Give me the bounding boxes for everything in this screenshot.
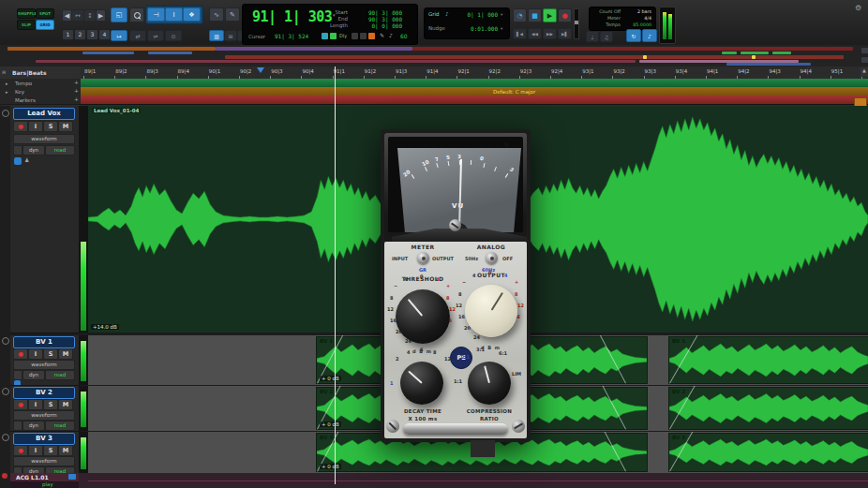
bv-input-button[interactable]: I [28,445,43,456]
lead-record-button[interactable]: ● [13,121,28,132]
meter-value[interactable]: 4/4 [623,16,651,21]
pencil-tool-button[interactable]: ✎ [225,7,240,22]
bv-automation-mode[interactable]: read [45,421,75,431]
bars-beats-ruler[interactable]: 89|189|289|389|490|190|290|390|491|191|2… [81,67,868,80]
acg-record-icon[interactable] [2,473,7,479]
zoom-preset-3[interactable]: 3 [86,29,98,40]
bv-track-name[interactable]: BV 3 [13,433,75,445]
acg-track-header[interactable]: ACG L1.01 [10,473,80,481]
bv-mute-button[interactable]: M [58,348,73,360]
bv-mute-button[interactable]: M [58,399,73,410]
edit-mode-slip[interactable]: SLIP [17,20,36,30]
grid-dropdown-icon[interactable]: ▾ [501,12,502,17]
bv-solo-button[interactable]: S [43,399,58,410]
pie-compressor-plugin-window[interactable]: 201075303 VU METER ANALOG INPUT OUTPUT 5… [381,129,531,442]
ruler-scroll-up-icon[interactable]: ▲ [861,67,868,77]
lead-mute-button[interactable]: M [58,121,73,132]
link-timeline-edit-button[interactable]: ⇄ [129,30,146,41]
lead-clip-gain[interactable]: +14.0 dB [91,324,119,330]
bv-track-name[interactable]: BV 1 [13,336,75,348]
edit-insertion-icon[interactable] [330,33,337,39]
compression-ratio-knob[interactable] [468,362,511,405]
timeline-insertion-icon[interactable] [322,33,328,39]
threshold-knob[interactable] [396,289,450,344]
acg-freeze-icon[interactable] [68,474,76,480]
bv-input-button[interactable]: I [28,348,43,360]
edit-mode-grid[interactable]: GRID [36,20,54,30]
go-to-end-button[interactable]: ▶▌ [558,28,572,39]
bv-dyn-selector[interactable]: dyn [22,370,45,380]
gear-icon[interactable]: ⚙ [855,4,861,12]
edit-mode-spot[interactable]: SPOT [36,8,54,19]
metronome-button[interactable]: ♩ [586,31,599,42]
key-collapse-icon[interactable]: ▸ [6,89,8,95]
acg-lane[interactable] [79,473,868,488]
bv-solo-button[interactable]: S [43,445,58,456]
lead-automation-icon[interactable] [13,145,22,155]
zoom-preset-2[interactable]: 2 [74,29,86,40]
bv-clip-2[interactable]: BV 2 [668,387,868,430]
stop-button[interactable]: ■ [528,8,542,22]
bv-view-selector[interactable]: waveform [13,456,75,466]
default-velocity-value[interactable]: 60 [400,33,408,39]
nudge-dropdown-icon[interactable]: ▾ [501,26,502,31]
tempo-value[interactable]: 85.0000 [623,22,651,27]
lead-vox-name[interactable]: Lead Vox [13,108,75,120]
tab-to-transient-button[interactable]: ↦ [111,30,127,41]
record-button[interactable]: ● [558,8,572,22]
bv-input-button[interactable]: I [28,399,43,410]
bv-record-button[interactable]: ● [13,445,28,456]
insertion-follows-playback-button[interactable]: ⊙ [165,30,182,41]
bv-clip-2[interactable]: BV 3 [668,433,868,472]
rewind-button[interactable]: ◀◀ [528,28,542,39]
main-counter[interactable]: 91| 1| 303 [252,8,332,25]
delay-indicator[interactable]: Dly [339,33,347,38]
scrubber-tool-button[interactable]: ∿ [209,7,224,22]
grabber-tool-button[interactable]: ❖ [183,7,201,22]
decay-time-knob[interactable] [400,362,443,405]
zoom-in-arrow[interactable]: ▶ [96,9,106,22]
tempo-ruler-button[interactable]: ↻ [626,29,641,42]
universe-scroll-up[interactable] [861,47,868,54]
analog-switch[interactable] [486,252,498,264]
layered-edit-button[interactable]: ⊞ [224,30,237,41]
nudge-value[interactable]: 0:01.000 [456,25,498,32]
return-to-zero-button[interactable]: ▌◀ [513,28,527,39]
selection-length-value[interactable]: 0| 0| 000 [357,22,402,29]
play-button[interactable]: ▶ [543,8,557,22]
bv-automation-icon[interactable] [13,370,22,380]
markers-band[interactable] [81,96,868,105]
output-knob[interactable] [465,285,517,337]
zoom-vertical-icon[interactable]: ↕ [83,9,97,22]
trim-tool-button[interactable]: ⊣ [147,7,165,22]
lead-dyn-selector[interactable]: dyn [22,145,45,155]
markers-add-button[interactable]: + [74,96,79,102]
midi-merge-button[interactable]: ♪ [642,29,657,42]
tempo-add-button[interactable]: + [74,79,79,85]
bv-automation-mode[interactable]: read [45,370,75,380]
link-track-edit-button[interactable]: ⇌ [147,30,164,41]
universe-scroll-down[interactable] [861,56,868,64]
zoom-horizontal-icon[interactable]: ↔ [71,9,84,22]
selector-tool-button[interactable]: I [165,7,183,22]
bv-record-button[interactable]: ● [13,399,28,410]
lead-view-selector[interactable]: waveform [13,134,75,144]
grid-label[interactable]: Grid [428,11,440,17]
bv-track-name[interactable]: BV 2 [13,387,75,399]
bv-automation-icon[interactable] [13,421,22,431]
bv-solo-button[interactable]: S [43,348,58,360]
meter-switch-value[interactable]: GR [419,267,427,273]
note-mini-icon[interactable]: ♪ [389,32,393,38]
status-warning-icon[interactable] [368,33,375,39]
lead-input-button[interactable]: I [28,121,43,132]
lead-clip-name[interactable]: Lead Vox_01-04 [92,108,141,113]
zoom-preset-1[interactable]: 1 [62,29,74,40]
bv-view-selector[interactable]: waveform [13,360,75,370]
pencil-mini-icon[interactable]: ✎ [380,32,384,38]
mirrored-midi-button[interactable]: ▥ [209,30,224,41]
count-off-value[interactable]: 2 bars [623,9,651,14]
meter-switch[interactable] [417,252,429,264]
bv-clip-gain[interactable]: + 0 dB [320,376,341,381]
grid-value[interactable]: 0| 1| 000 [456,11,498,18]
edit-mode-shuffle[interactable]: SHUFFLE [17,8,36,19]
